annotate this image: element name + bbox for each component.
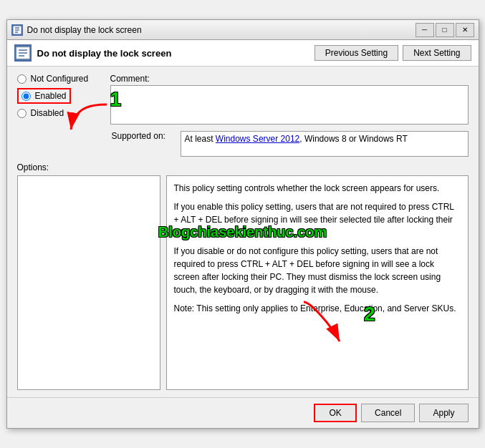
title-bar: Do not display the lock screen ─ □ ✕ — [7, 20, 479, 40]
prev-setting-button[interactable]: Previous Setting — [314, 45, 398, 61]
desc-p4: Note: This setting only applies to Enter… — [174, 302, 461, 315]
comment-textarea[interactable] — [110, 85, 469, 125]
header-buttons: Previous Setting Next Setting — [314, 45, 471, 61]
supported-text: At least Windows Server 2012, Windows 8 … — [185, 134, 408, 144]
options-panel — [17, 175, 160, 390]
enabled-label[interactable]: Enabled — [35, 91, 67, 101]
ok-button[interactable]: OK — [314, 404, 357, 422]
disabled-label[interactable]: Disabled — [31, 108, 64, 118]
description-panel: This policy setting controls whether the… — [166, 175, 469, 390]
main-window: Do not display the lock screen ─ □ ✕ Do … — [6, 19, 479, 429]
next-setting-button[interactable]: Next Setting — [403, 45, 471, 61]
comment-section: Comment: — [110, 74, 469, 127]
header-left: Do not display the lock screen — [14, 44, 172, 62]
header-title: Do not display the lock screen — [37, 48, 172, 59]
desc-p2: If you enable this policy setting, users… — [174, 200, 461, 239]
supported-label: Supported on: — [112, 131, 175, 141]
supported-box: At least Windows Server 2012, Windows 8 … — [181, 131, 469, 157]
window-title: Do not display the lock screen — [27, 25, 142, 35]
supported-link[interactable]: Windows Server 2012 — [216, 134, 299, 144]
overlay-container: Not Configured Enabled Disabled Comment: — [17, 74, 469, 390]
header-bar: Do not display the lock screen Previous … — [7, 40, 479, 67]
maximize-button[interactable]: □ — [436, 23, 454, 37]
desc-p1: This policy setting controls whether the… — [174, 182, 461, 195]
not-configured-label[interactable]: Not Configured — [31, 74, 89, 84]
title-bar-left: Do not display the lock screen — [11, 24, 142, 36]
disabled-radio[interactable] — [17, 109, 27, 118]
window-icon — [11, 24, 23, 36]
header-icon — [14, 44, 32, 62]
enabled-radio[interactable] — [21, 92, 31, 101]
enabled-row: Enabled — [17, 88, 71, 104]
comment-label: Comment: — [110, 74, 469, 84]
desc-p3: If you disable or do not configure this … — [174, 245, 461, 296]
cancel-button[interactable]: Cancel — [361, 404, 415, 422]
supported-section: Supported on: At least Windows Server 20… — [17, 131, 469, 157]
not-configured-row: Not Configured — [17, 74, 110, 84]
disabled-row: Disabled — [17, 108, 110, 118]
not-configured-radio[interactable] — [17, 74, 27, 84]
title-bar-controls: ─ □ ✕ — [416, 23, 474, 37]
minimize-button[interactable]: ─ — [416, 23, 434, 37]
lower-section: This policy setting controls whether the… — [17, 175, 469, 390]
radio-group: Not Configured Enabled Disabled — [17, 74, 110, 127]
footer: OK Cancel Apply — [7, 397, 479, 428]
options-label: Options: — [17, 162, 469, 172]
close-button[interactable]: ✕ — [456, 23, 474, 37]
apply-button[interactable]: Apply — [419, 404, 468, 422]
content-area: Not Configured Enabled Disabled Comment: — [7, 67, 479, 397]
